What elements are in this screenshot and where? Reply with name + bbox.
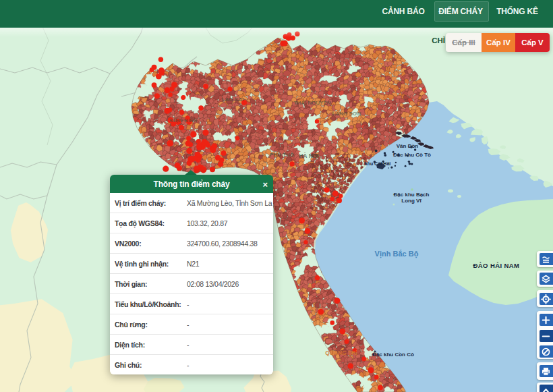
svg-text:ĐẢO HẢI NAM: ĐẢO HẢI NAM — [473, 262, 520, 269]
svg-text:PHÚ THỌ: PHÚ THỌ — [270, 152, 294, 158]
svg-text:Vân Đồn: Vân Đồn — [397, 143, 419, 149]
svg-text:THÁI NGUYÊN: THÁI NGUYÊN — [293, 100, 330, 106]
svg-text:Đặc khu Bạch: Đặc khu Bạch — [394, 192, 430, 198]
svg-text:HÀ NỘI: HÀ NỘI — [299, 152, 319, 159]
svg-text:LẠNG SƠN: LẠNG SƠN — [332, 111, 361, 117]
svg-text:Vịnh Bắc Bộ: Vịnh Bắc Bộ — [375, 250, 419, 258]
svg-text:Đặc khu Cô Tô: Đặc khu Cô Tô — [393, 152, 431, 158]
svg-text:Đặc khu Cồn Cỏ: Đặc khu Cồn Cỏ — [372, 352, 414, 358]
svg-text:khu Cát Hải: khu Cát Hải — [365, 161, 391, 166]
svg-text:ĐIỆN BIÊN: ĐIỆN BIÊN — [170, 117, 198, 123]
svg-text:LÀO CAI: LÀO CAI — [222, 96, 244, 103]
svg-text:Long Vĩ: Long Vĩ — [401, 198, 421, 204]
svg-text:QUẢNG TRị: QUẢNG TRị — [325, 349, 357, 356]
